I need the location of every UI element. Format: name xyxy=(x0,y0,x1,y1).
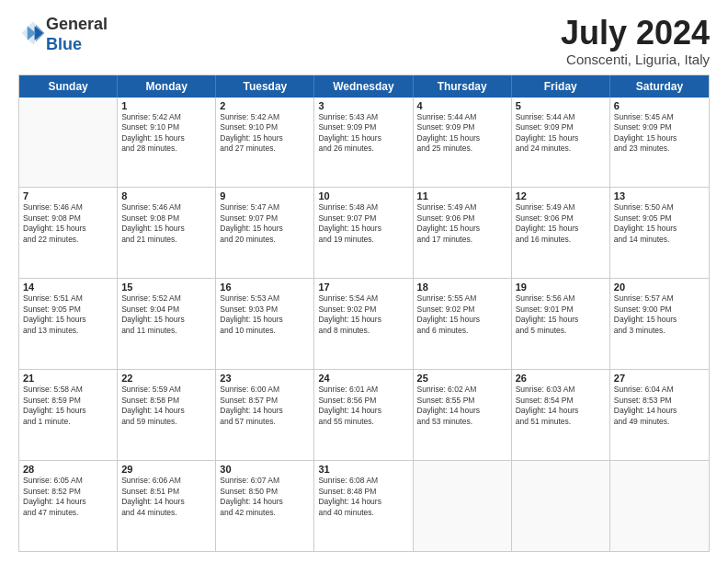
day-cell-25: 25Sunrise: 6:02 AM Sunset: 8:55 PM Dayli… xyxy=(414,370,512,460)
day-cell-23: 23Sunrise: 6:00 AM Sunset: 8:57 PM Dayli… xyxy=(216,370,314,460)
day-info: Sunrise: 6:01 AM Sunset: 8:56 PM Dayligh… xyxy=(318,385,408,427)
empty-cell-r4-c5 xyxy=(512,461,610,551)
weekday-header-wednesday: Wednesday xyxy=(314,75,413,98)
day-info: Sunrise: 5:44 AM Sunset: 9:09 PM Dayligh… xyxy=(417,112,507,155)
day-info: Sunrise: 5:42 AM Sunset: 9:10 PM Dayligh… xyxy=(220,112,310,155)
day-cell-30: 30Sunrise: 6:07 AM Sunset: 8:50 PM Dayli… xyxy=(216,461,314,551)
day-number: 7 xyxy=(23,190,113,201)
calendar-header: SundayMondayTuesdayWednesdayThursdayFrid… xyxy=(19,75,709,98)
day-number: 3 xyxy=(318,100,408,111)
calendar-body: 1Sunrise: 5:42 AM Sunset: 9:10 PM Daylig… xyxy=(19,98,709,551)
day-cell-9: 9Sunrise: 5:47 AM Sunset: 9:07 PM Daylig… xyxy=(216,188,314,278)
day-number: 9 xyxy=(220,190,310,201)
day-info: Sunrise: 5:46 AM Sunset: 9:08 PM Dayligh… xyxy=(121,202,211,245)
logo-icon xyxy=(20,20,46,46)
day-number: 11 xyxy=(417,190,507,201)
day-cell-14: 14Sunrise: 5:51 AM Sunset: 9:05 PM Dayli… xyxy=(19,279,118,369)
calendar-row-2: 7Sunrise: 5:46 AM Sunset: 9:08 PM Daylig… xyxy=(19,188,709,279)
day-info: Sunrise: 5:52 AM Sunset: 9:04 PM Dayligh… xyxy=(121,293,211,336)
day-info: Sunrise: 5:50 AM Sunset: 9:05 PM Dayligh… xyxy=(614,202,705,245)
day-info: Sunrise: 6:05 AM Sunset: 8:52 PM Dayligh… xyxy=(23,476,113,518)
header: General Blue July 2024 Conscenti, Liguri… xyxy=(18,15,710,67)
day-cell-13: 13Sunrise: 5:50 AM Sunset: 9:05 PM Dayli… xyxy=(610,188,709,278)
day-cell-17: 17Sunrise: 5:54 AM Sunset: 9:02 PM Dayli… xyxy=(314,279,413,369)
day-number: 24 xyxy=(318,373,408,384)
day-number: 31 xyxy=(318,464,408,475)
day-info: Sunrise: 5:49 AM Sunset: 9:06 PM Dayligh… xyxy=(516,202,606,245)
day-number: 4 xyxy=(417,100,507,111)
day-number: 13 xyxy=(614,190,705,201)
day-info: Sunrise: 5:46 AM Sunset: 9:08 PM Dayligh… xyxy=(23,202,113,245)
empty-cell-r4-c6 xyxy=(610,461,709,551)
day-info: Sunrise: 5:59 AM Sunset: 8:58 PM Dayligh… xyxy=(121,385,211,427)
day-number: 28 xyxy=(23,464,113,475)
day-cell-2: 2Sunrise: 5:42 AM Sunset: 9:10 PM Daylig… xyxy=(216,98,314,188)
calendar: SundayMondayTuesdayWednesdayThursdayFrid… xyxy=(18,75,710,552)
day-info: Sunrise: 5:47 AM Sunset: 9:07 PM Dayligh… xyxy=(220,202,310,245)
day-cell-5: 5Sunrise: 5:44 AM Sunset: 9:09 PM Daylig… xyxy=(512,98,610,188)
page: General Blue July 2024 Conscenti, Liguri… xyxy=(0,0,728,563)
day-cell-31: 31Sunrise: 6:08 AM Sunset: 8:48 PM Dayli… xyxy=(314,461,413,551)
weekday-header-sunday: Sunday xyxy=(19,75,118,98)
day-number: 21 xyxy=(23,373,113,384)
day-cell-18: 18Sunrise: 5:55 AM Sunset: 9:02 PM Dayli… xyxy=(414,279,512,369)
day-info: Sunrise: 5:43 AM Sunset: 9:09 PM Dayligh… xyxy=(318,112,408,155)
day-info: Sunrise: 6:08 AM Sunset: 8:48 PM Dayligh… xyxy=(318,476,408,518)
day-number: 5 xyxy=(516,100,606,111)
day-number: 12 xyxy=(516,190,606,201)
day-info: Sunrise: 5:48 AM Sunset: 9:07 PM Dayligh… xyxy=(318,202,408,245)
day-info: Sunrise: 5:58 AM Sunset: 8:59 PM Dayligh… xyxy=(23,385,113,427)
day-cell-15: 15Sunrise: 5:52 AM Sunset: 9:04 PM Dayli… xyxy=(118,279,216,369)
empty-cell-r4-c4 xyxy=(414,461,512,551)
day-cell-3: 3Sunrise: 5:43 AM Sunset: 9:09 PM Daylig… xyxy=(314,98,413,188)
day-info: Sunrise: 5:55 AM Sunset: 9:02 PM Dayligh… xyxy=(417,293,507,336)
logo: General Blue xyxy=(18,15,108,54)
day-info: Sunrise: 6:03 AM Sunset: 8:54 PM Dayligh… xyxy=(516,385,606,427)
weekday-header-saturday: Saturday xyxy=(610,75,709,98)
day-cell-24: 24Sunrise: 6:01 AM Sunset: 8:56 PM Dayli… xyxy=(314,370,413,460)
day-number: 25 xyxy=(417,373,507,384)
day-number: 14 xyxy=(23,282,113,293)
day-info: Sunrise: 5:53 AM Sunset: 9:03 PM Dayligh… xyxy=(220,293,310,336)
day-cell-27: 27Sunrise: 6:04 AM Sunset: 8:53 PM Dayli… xyxy=(610,370,709,460)
day-number: 18 xyxy=(417,282,507,293)
day-info: Sunrise: 5:54 AM Sunset: 9:02 PM Dayligh… xyxy=(318,293,408,336)
day-cell-8: 8Sunrise: 5:46 AM Sunset: 9:08 PM Daylig… xyxy=(118,188,216,278)
day-number: 27 xyxy=(614,373,705,384)
day-cell-28: 28Sunrise: 6:05 AM Sunset: 8:52 PM Dayli… xyxy=(19,461,118,551)
day-info: Sunrise: 5:56 AM Sunset: 9:01 PM Dayligh… xyxy=(516,293,606,336)
day-number: 26 xyxy=(516,373,606,384)
day-number: 6 xyxy=(614,100,705,111)
day-number: 17 xyxy=(318,282,408,293)
logo-general-text: General xyxy=(46,15,108,33)
day-number: 15 xyxy=(121,282,211,293)
day-cell-10: 10Sunrise: 5:48 AM Sunset: 9:07 PM Dayli… xyxy=(314,188,413,278)
weekday-header-tuesday: Tuesday xyxy=(216,75,314,98)
calendar-row-4: 21Sunrise: 5:58 AM Sunset: 8:59 PM Dayli… xyxy=(19,370,709,461)
day-info: Sunrise: 5:45 AM Sunset: 9:09 PM Dayligh… xyxy=(614,112,705,155)
weekday-header-friday: Friday xyxy=(512,75,610,98)
day-info: Sunrise: 6:07 AM Sunset: 8:50 PM Dayligh… xyxy=(220,476,310,518)
day-cell-6: 6Sunrise: 5:45 AM Sunset: 9:09 PM Daylig… xyxy=(610,98,709,188)
day-cell-21: 21Sunrise: 5:58 AM Sunset: 8:59 PM Dayli… xyxy=(19,370,118,460)
day-number: 1 xyxy=(121,100,211,111)
weekday-header-thursday: Thursday xyxy=(414,75,512,98)
day-cell-20: 20Sunrise: 5:57 AM Sunset: 9:00 PM Dayli… xyxy=(610,279,709,369)
day-number: 22 xyxy=(121,373,211,384)
calendar-row-3: 14Sunrise: 5:51 AM Sunset: 9:05 PM Dayli… xyxy=(19,279,709,370)
day-number: 10 xyxy=(318,190,408,201)
day-info: Sunrise: 5:57 AM Sunset: 9:00 PM Dayligh… xyxy=(614,293,705,336)
weekday-header-monday: Monday xyxy=(118,75,216,98)
day-info: Sunrise: 6:00 AM Sunset: 8:57 PM Dayligh… xyxy=(220,385,310,427)
title-block: July 2024 Conscenti, Liguria, Italy xyxy=(561,15,710,67)
day-number: 19 xyxy=(516,282,606,293)
day-number: 8 xyxy=(121,190,211,201)
day-cell-26: 26Sunrise: 6:03 AM Sunset: 8:54 PM Dayli… xyxy=(512,370,610,460)
day-info: Sunrise: 5:51 AM Sunset: 9:05 PM Dayligh… xyxy=(23,293,113,336)
day-cell-4: 4Sunrise: 5:44 AM Sunset: 9:09 PM Daylig… xyxy=(414,98,512,188)
day-cell-19: 19Sunrise: 5:56 AM Sunset: 9:01 PM Dayli… xyxy=(512,279,610,369)
day-cell-22: 22Sunrise: 5:59 AM Sunset: 8:58 PM Dayli… xyxy=(118,370,216,460)
day-number: 23 xyxy=(220,373,310,384)
day-info: Sunrise: 5:44 AM Sunset: 9:09 PM Dayligh… xyxy=(516,112,606,155)
day-info: Sunrise: 5:42 AM Sunset: 9:10 PM Dayligh… xyxy=(121,112,211,155)
